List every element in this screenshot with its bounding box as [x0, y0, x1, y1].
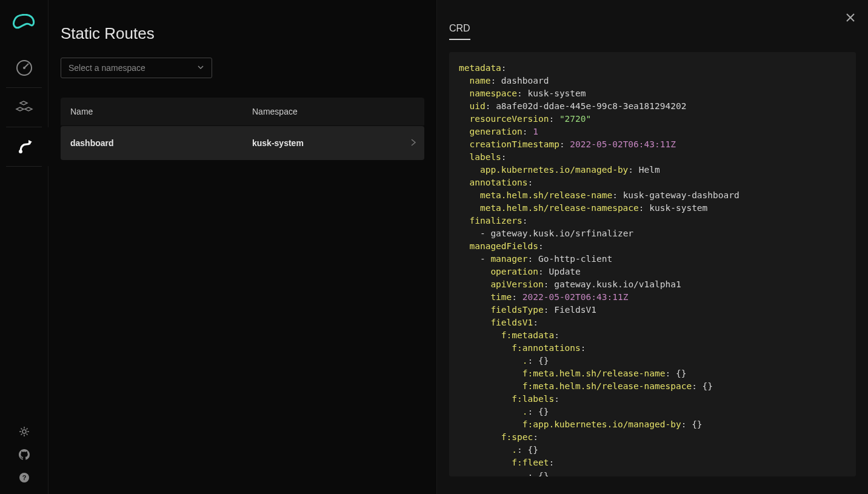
routes-table: Name Namespace dashboard kusk-system	[61, 98, 424, 160]
cubes-icon[interactable]	[0, 88, 48, 127]
svg-point-4	[22, 430, 26, 433]
cell-name: dashboard	[61, 138, 242, 148]
close-icon[interactable]	[845, 12, 856, 25]
route-icon[interactable]	[0, 127, 48, 166]
main-content: Static Routes Select a namespace Name Na…	[48, 0, 436, 494]
page-title: Static Routes	[61, 24, 436, 43]
namespace-select[interactable]: Select a namespace	[61, 58, 212, 78]
chevron-right-icon	[400, 138, 424, 149]
tab-crd[interactable]: CRD	[449, 23, 470, 40]
help-icon[interactable]: ?	[0, 466, 48, 489]
cell-namespace: kusk-system	[242, 138, 400, 148]
detail-panel: CRD metadata: name: dashboard namespace:…	[436, 0, 868, 494]
th-namespace: Namespace	[242, 98, 400, 125]
logo-icon[interactable]	[0, 0, 48, 48]
gear-icon[interactable]	[0, 420, 48, 443]
svg-point-2	[23, 67, 25, 69]
table-header: Name Namespace	[61, 98, 424, 125]
th-name: Name	[61, 98, 242, 125]
chevron-down-icon	[197, 63, 204, 73]
namespace-placeholder: Select a namespace	[68, 63, 145, 73]
table-row[interactable]: dashboard kusk-system	[61, 126, 424, 160]
github-icon[interactable]	[0, 443, 48, 466]
dashboard-icon[interactable]	[0, 48, 48, 87]
sidebar: ?	[0, 0, 48, 494]
yaml-viewer: metadata: name: dashboard namespace: kus…	[449, 52, 856, 476]
svg-text:?: ?	[22, 474, 27, 481]
